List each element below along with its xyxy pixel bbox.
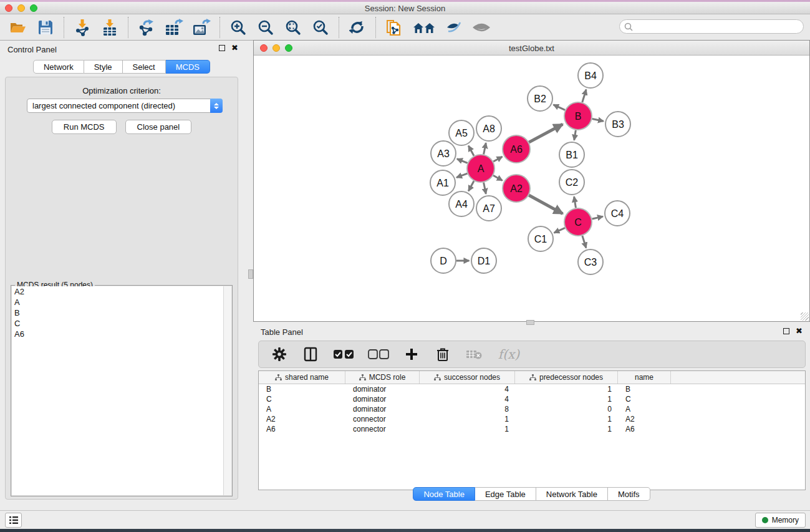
optimization-criterion-select[interactable]: largest connected component (directed) [27,99,223,113]
graph-node-A4[interactable]: A4 [449,191,474,216]
table-row[interactable]: Cdominator41C [259,394,805,404]
graph-node-A7[interactable]: A7 [476,196,501,221]
apply-layout-icon[interactable] [348,18,367,37]
open-file-icon[interactable] [9,18,27,37]
export-image-icon[interactable] [192,18,211,37]
graph-edge-C-C4[interactable] [592,216,603,219]
graph-edge-A-A3[interactable] [457,159,468,163]
graph-edge-B-B3[interactable] [592,119,604,122]
graph-edge-B-B4[interactable] [582,90,586,102]
graph-node-C2[interactable]: C2 [559,170,584,195]
graph-node-A1[interactable]: A1 [430,170,455,195]
tab-network[interactable]: Network [33,60,84,74]
graph-node-C3[interactable]: C3 [578,249,603,274]
result-scrollbar[interactable] [223,286,231,495]
new-network-icon[interactable] [385,18,403,37]
graph-node-B2[interactable]: B2 [528,86,552,111]
graph-node-A8[interactable]: A8 [476,116,501,141]
graph-node-B[interactable]: B [564,102,592,130]
import-table-icon[interactable] [100,18,119,37]
run-mcds-button[interactable]: Run MCDS [52,120,117,134]
graph-edge-C-C2[interactable] [574,196,576,208]
delete-table-icon[interactable] [465,345,483,364]
graph-node-B4[interactable]: B4 [578,63,603,88]
graph-node-C[interactable]: C [564,208,592,236]
memory-button[interactable]: Memory [755,513,806,528]
float-panel-icon[interactable] [219,45,225,51]
task-history-button[interactable] [5,513,22,528]
close-panel-icon[interactable]: ✖ [231,45,238,51]
first-neighbors-icon[interactable] [412,18,436,37]
tab-style[interactable]: Style [84,60,123,74]
graph-edge-A6-B[interactable] [529,124,562,142]
table-settings-icon[interactable] [270,345,289,364]
result-item[interactable]: A6 [12,329,223,339]
show-graphics-details-icon[interactable] [472,18,491,37]
export-table-icon[interactable] [165,18,183,37]
graph-node-D1[interactable]: D1 [471,248,496,273]
show-columns-icon[interactable] [301,345,320,364]
deselect-all-rows-icon[interactable] [367,345,390,364]
network-canvas[interactable]: B4B2BB3A8A5A6A3B1AA1C2A2A4A7C4CC1DD1C3 [254,56,809,321]
graph-node-B3[interactable]: B3 [605,112,630,137]
resize-grip[interactable] [801,312,809,321]
zoom-out-icon[interactable] [256,18,275,37]
result-item[interactable]: B [12,307,223,318]
result-item[interactable]: C [12,318,223,329]
graph-edge-A-A2[interactable] [493,175,503,180]
save-session-icon[interactable] [36,18,55,37]
graph-node-C1[interactable]: C1 [528,226,553,251]
result-item[interactable]: A2 [12,286,223,297]
table-float-panel-icon[interactable] [783,328,789,334]
hide-selected-icon[interactable] [445,18,463,37]
column-header-MCDS-role[interactable]: MCDS role [345,371,420,384]
table-row[interactable]: Adominator80A [259,404,805,414]
graph-edge-C-C3[interactable] [582,236,586,248]
graph-node-A5[interactable]: A5 [449,120,474,145]
tab-mcds[interactable]: MCDS [166,60,210,74]
vertical-divider-handle[interactable] [248,269,253,279]
result-item[interactable]: A [12,297,223,307]
create-column-icon[interactable] [402,345,421,364]
tab-select[interactable]: Select [123,60,166,74]
zoom-in-icon[interactable] [229,18,248,37]
zoom-fit-icon[interactable] [284,18,302,37]
graph-node-C4[interactable]: C4 [605,201,630,226]
close-panel-button[interactable]: Close panel [125,120,192,134]
graph-edge-A-A8[interactable] [484,143,486,154]
table-close-panel-icon[interactable]: ✖ [796,328,803,334]
mcds-result-list[interactable]: A2ABCA6 [12,286,223,495]
column-header-name[interactable]: name [618,371,671,384]
graph-edge-B-B2[interactable] [553,105,565,110]
graph-edge-A-A5[interactable] [468,146,474,156]
graph-node-A[interactable]: A [467,155,494,182]
graph-node-A6[interactable]: A6 [503,135,530,163]
zoom-selected-icon[interactable] [311,18,330,37]
select-all-rows-icon[interactable] [332,345,355,364]
tab-network-table[interactable]: Network Table [536,487,608,501]
table-row[interactable]: Bdominator41B [259,384,805,394]
graph-node-D[interactable]: D [431,248,456,273]
node-table[interactable]: shared nameMCDS rolesuccessor nodesprede… [258,370,806,490]
tab-edge-table[interactable]: Edge Table [475,487,536,501]
tab-motifs[interactable]: Motifs [608,487,650,501]
tab-node-table[interactable]: Node Table [413,487,475,501]
search-input[interactable] [634,21,803,32]
table-row[interactable]: A2connector11A2 [259,414,805,424]
graph-edge-A-A7[interactable] [484,183,486,194]
graph-edge-C-C1[interactable] [554,228,566,233]
graph-node-B1[interactable]: B1 [559,142,584,167]
import-network-icon[interactable] [73,18,92,37]
graph-edge-A-A6[interactable] [493,157,502,162]
graph-edge-A2-C[interactable] [529,195,562,214]
column-header-successor-nodes[interactable]: successor nodes [420,371,515,384]
graph-node-A3[interactable]: A3 [431,141,456,166]
column-header-predecessor-nodes[interactable]: predecessor nodes [515,371,618,384]
graph-edge-B-B1[interactable] [574,130,576,140]
graph-node-A2[interactable]: A2 [503,175,530,202]
column-header-shared-name[interactable]: shared name [259,371,345,384]
table-row[interactable]: A6connector11A6 [259,424,805,434]
graph-edge-A-A4[interactable] [468,181,474,191]
search-box[interactable] [619,19,804,34]
export-network-icon[interactable] [137,18,156,37]
